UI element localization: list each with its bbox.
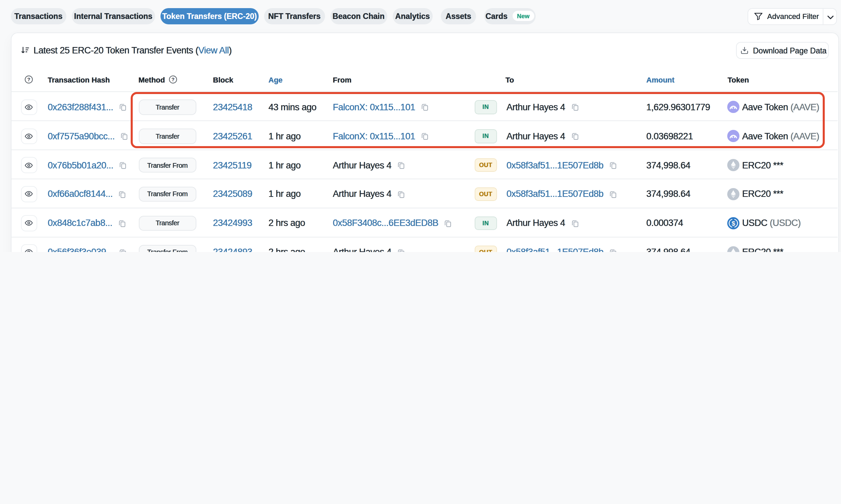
svg-text:$: $ (732, 219, 735, 227)
svg-text:?: ? (171, 77, 174, 82)
svg-text:?: ? (28, 77, 31, 82)
